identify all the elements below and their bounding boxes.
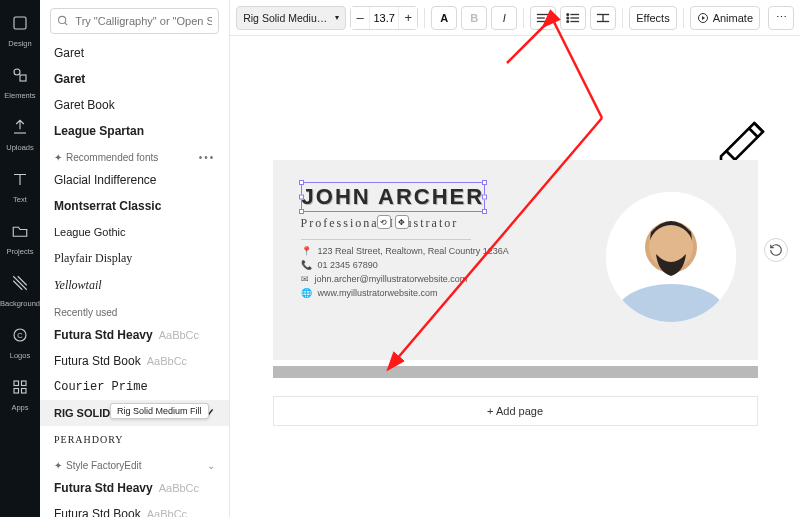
pin-icon: 📍 xyxy=(301,246,312,256)
canvas-body[interactable]: JOHN ARCHER ⟲✥ Professional Illustrator … xyxy=(230,36,800,517)
editor-toolbar: Rig Solid Mediu… ▾ – + A B I Effects Ani… xyxy=(230,0,800,36)
font-option[interactable]: League Gothic xyxy=(40,219,229,245)
font-option[interactable]: Glacial Indifference xyxy=(40,167,229,193)
page-strip[interactable] xyxy=(273,366,758,378)
rotate-handle[interactable]: ⟲✥ xyxy=(377,215,409,229)
font-size-group: – + xyxy=(350,6,418,30)
svg-marker-24 xyxy=(702,16,705,20)
app-nav: DesignElementsUploadsTextProjectsBackgro… xyxy=(0,0,40,517)
svg-line-27 xyxy=(754,123,763,132)
bold-button[interactable]: B xyxy=(461,6,487,30)
nav-projects[interactable]: Projects xyxy=(0,214,40,266)
nav-text[interactable]: Text xyxy=(0,162,40,214)
refresh-button[interactable] xyxy=(764,238,788,262)
font-option[interactable]: PERAHDORY xyxy=(40,426,229,452)
name-text-selected[interactable]: JOHN ARCHER ⟲✥ xyxy=(301,182,486,212)
canvas-area: Rig Solid Mediu… ▾ – + A B I Effects Ani… xyxy=(230,0,800,517)
nav-uploads[interactable]: Uploads xyxy=(0,110,40,162)
font-option[interactable]: League Spartan xyxy=(40,118,229,144)
svg-line-10 xyxy=(65,23,68,26)
font-section-header: Recently used xyxy=(40,299,229,322)
nav-elements[interactable]: Elements xyxy=(0,58,40,110)
font-section-header: ✦Recommended fonts••• xyxy=(40,144,229,167)
svg-line-28 xyxy=(749,128,758,137)
italic-button[interactable]: I xyxy=(491,6,517,30)
svg-rect-8 xyxy=(22,389,27,394)
font-option[interactable]: Playfair Display xyxy=(40,245,229,272)
animate-button[interactable]: Animate xyxy=(690,6,760,30)
font-panel: GaretGaretGaret BookLeague Spartan✦Recom… xyxy=(40,0,230,517)
nav-design[interactable]: Design xyxy=(0,6,40,58)
svg-point-9 xyxy=(59,16,66,23)
svg-rect-5 xyxy=(14,381,19,386)
phone-icon: 📞 xyxy=(301,260,312,270)
font-option[interactable]: Futura Std HeavyAaBbCc xyxy=(40,322,229,348)
svg-rect-0 xyxy=(14,17,26,29)
search-icon xyxy=(57,14,69,28)
svg-point-16 xyxy=(567,17,569,19)
svg-marker-25 xyxy=(721,123,763,165)
text-color-button[interactable]: A xyxy=(431,6,457,30)
list-button[interactable] xyxy=(560,6,586,30)
nav-apps[interactable]: Apps xyxy=(0,370,40,422)
font-option[interactable]: Garet xyxy=(40,40,229,66)
font-section-header: ✦Style FactoryEdit⌄ xyxy=(40,452,229,475)
globe-icon: 🌐 xyxy=(301,288,312,298)
font-tooltip: Rig Solid Medium Fill xyxy=(110,403,209,419)
svg-rect-6 xyxy=(22,381,27,386)
card-name: JOHN ARCHER xyxy=(302,184,485,210)
svg-text:C: C xyxy=(17,331,23,340)
avatar xyxy=(606,192,736,322)
svg-point-1 xyxy=(14,69,20,75)
nav-logos[interactable]: CLogos xyxy=(0,318,40,370)
more-button[interactable]: ⋯ xyxy=(768,6,794,30)
font-option[interactable]: Garet xyxy=(40,66,229,92)
font-size-decrease[interactable]: – xyxy=(351,7,369,29)
align-button[interactable] xyxy=(530,6,556,30)
font-family-label: Rig Solid Mediu… xyxy=(243,12,327,24)
font-family-dropdown[interactable]: Rig Solid Mediu… ▾ xyxy=(236,6,346,30)
search-input[interactable] xyxy=(75,15,212,27)
svg-rect-7 xyxy=(14,389,19,394)
font-option[interactable]: Futura Std BookAaBbCc xyxy=(40,348,229,374)
font-list[interactable]: GaretGaretGaret BookLeague Spartan✦Recom… xyxy=(40,40,229,517)
spacing-button[interactable] xyxy=(590,6,616,30)
effects-button[interactable]: Effects xyxy=(629,6,676,30)
business-card[interactable]: JOHN ARCHER ⟲✥ Professional Illustrator … xyxy=(273,160,758,360)
add-page-button[interactable]: + Add page xyxy=(273,396,758,426)
svg-point-14 xyxy=(567,13,569,15)
animate-icon xyxy=(697,12,709,24)
chevron-down-icon: ▾ xyxy=(335,13,339,22)
mail-icon: ✉ xyxy=(301,274,309,284)
font-option[interactable]: Yellowtail xyxy=(40,272,229,299)
font-size-increase[interactable]: + xyxy=(399,7,417,29)
nav-background[interactable]: Background xyxy=(0,266,40,318)
font-size-input[interactable] xyxy=(369,7,399,29)
svg-point-18 xyxy=(567,20,569,22)
font-option[interactable]: Courier Prime xyxy=(40,374,229,400)
svg-line-26 xyxy=(726,151,735,160)
font-option[interactable]: Garet Book xyxy=(40,92,229,118)
font-search[interactable] xyxy=(50,8,219,34)
font-option[interactable]: Futura Std HeavyAaBbCc xyxy=(40,475,229,501)
svg-rect-2 xyxy=(20,75,26,81)
font-option[interactable]: Futura Std BookAaBbCc xyxy=(40,501,229,517)
font-option[interactable]: Montserrat Classic xyxy=(40,193,229,219)
